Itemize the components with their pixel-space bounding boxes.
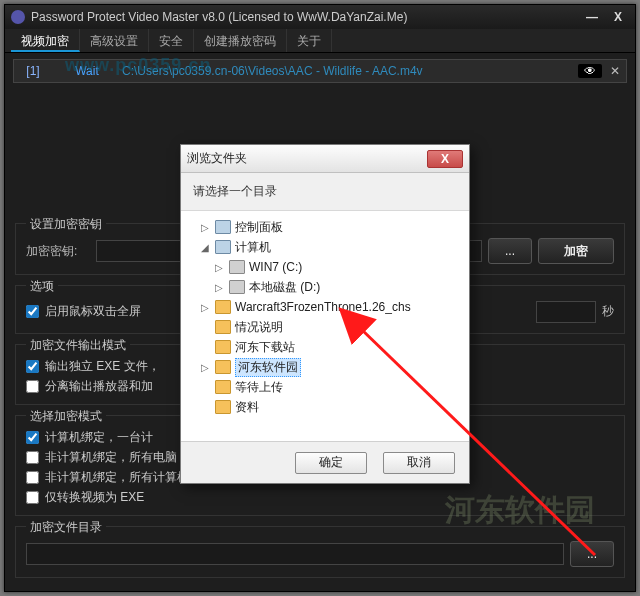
computer-icon xyxy=(215,240,231,254)
tab-4[interactable]: 关于 xyxy=(287,29,332,52)
dialog-cancel-button[interactable]: 取消 xyxy=(383,452,455,474)
legend-options: 选项 xyxy=(26,278,58,295)
tab-0[interactable]: 视频加密 xyxy=(11,29,80,52)
tree-node[interactable]: 资料 xyxy=(185,397,465,417)
tree-node[interactable]: ▷河东软件园 xyxy=(185,357,465,377)
dialog-prompt: 请选择一个目录 xyxy=(181,173,469,211)
close-button[interactable]: X xyxy=(607,9,629,25)
dialog-close-button[interactable]: X xyxy=(427,150,463,168)
legend-key: 设置加密密钥 xyxy=(26,216,106,233)
browse-key-button[interactable]: ... xyxy=(488,238,532,264)
group-outdir: 加密文件目录 ... xyxy=(15,526,625,578)
window-title: Password Protect Video Master v8.0 (Lice… xyxy=(31,10,407,24)
expand-icon[interactable]: ▷ xyxy=(199,222,211,233)
file-row[interactable]: [1] Wait C:\Users\pc0359.cn-06\Videos\AA… xyxy=(13,59,627,83)
folder-icon xyxy=(215,340,231,354)
preview-icon[interactable]: 👁 xyxy=(578,64,602,78)
legend-output: 加密文件输出模式 xyxy=(26,337,130,354)
folder-icon xyxy=(215,300,231,314)
tree-node[interactable]: ▷Warcraft3FrozenThrone1.26_chs xyxy=(185,297,465,317)
tab-bar: 视频加密高级设置安全创建播放密码关于 xyxy=(5,29,635,53)
drive-icon xyxy=(229,260,245,274)
chk-fullscreen[interactable] xyxy=(26,305,39,318)
encrypt-button[interactable]: 加密 xyxy=(538,238,614,264)
tree-label: 情况说明 xyxy=(235,319,283,336)
tree-node[interactable]: 等待上传 xyxy=(185,377,465,397)
expand-icon[interactable]: ▷ xyxy=(213,262,225,273)
file-status: Wait xyxy=(52,64,122,78)
minimize-button[interactable]: — xyxy=(581,9,603,25)
chk-mode-bind[interactable] xyxy=(26,431,39,444)
tab-2[interactable]: 安全 xyxy=(149,29,194,52)
tree-label: 计算机 xyxy=(235,239,271,256)
file-index: [1] xyxy=(14,64,52,78)
folder-icon xyxy=(215,400,231,414)
seconds-input[interactable] xyxy=(536,301,596,323)
folder-icon xyxy=(215,380,231,394)
label-key: 加密密钥: xyxy=(26,243,90,260)
file-path: C:\Users\pc0359.cn-06\Videos\AAC - Wildl… xyxy=(122,64,576,78)
folder-icon xyxy=(215,320,231,334)
tree-label: 资料 xyxy=(235,399,259,416)
legend-outdir: 加密文件目录 xyxy=(26,519,106,536)
expand-icon[interactable]: ▷ xyxy=(199,362,211,373)
folder-tree[interactable]: ▷控制面板◢计算机▷WIN7 (C:)▷本地磁盘 (D:)▷Warcraft3F… xyxy=(181,211,469,441)
tree-node[interactable]: 河东下载站 xyxy=(185,337,465,357)
expand-icon[interactable]: ▷ xyxy=(199,302,211,313)
app-icon xyxy=(11,10,25,24)
tree-node[interactable]: 情况说明 xyxy=(185,317,465,337)
tree-label: 等待上传 xyxy=(235,379,283,396)
tab-3[interactable]: 创建播放密码 xyxy=(194,29,287,52)
folder-icon xyxy=(215,360,231,374)
tree-label: 控制面板 xyxy=(235,219,283,236)
tree-label: 河东软件园 xyxy=(235,358,301,377)
remove-file-button[interactable]: ✕ xyxy=(604,64,626,78)
expand-icon[interactable]: ▷ xyxy=(213,282,225,293)
dialog-title: 浏览文件夹 xyxy=(187,150,247,167)
browse-folder-dialog: 浏览文件夹 X 请选择一个目录 ▷控制面板◢计算机▷WIN7 (C:)▷本地磁盘… xyxy=(180,144,470,484)
computer-icon xyxy=(215,220,231,234)
dialog-ok-button[interactable]: 确定 xyxy=(295,452,367,474)
chk-mode-nobind1[interactable] xyxy=(26,451,39,464)
tree-label: WIN7 (C:) xyxy=(249,260,302,274)
legend-mode: 选择加密模式 xyxy=(26,408,106,425)
tab-1[interactable]: 高级设置 xyxy=(80,29,149,52)
seconds-unit: 秒 xyxy=(602,303,614,320)
outdir-input[interactable] xyxy=(26,543,564,565)
chk-output-split[interactable] xyxy=(26,380,39,393)
tree-label: Warcraft3FrozenThrone1.26_chs xyxy=(235,300,411,314)
chk-output-exe[interactable] xyxy=(26,360,39,373)
tree-label: 本地磁盘 (D:) xyxy=(249,279,320,296)
tree-label: 河东下载站 xyxy=(235,339,295,356)
browse-outdir-button[interactable]: ... xyxy=(570,541,614,567)
tree-node[interactable]: ▷WIN7 (C:) xyxy=(185,257,465,277)
tree-node[interactable]: ▷控制面板 xyxy=(185,217,465,237)
chk-mode-nobind2[interactable] xyxy=(26,471,39,484)
expand-icon[interactable]: ◢ xyxy=(199,242,211,253)
tree-node[interactable]: ▷本地磁盘 (D:) xyxy=(185,277,465,297)
chk-mode-exeonly[interactable] xyxy=(26,491,39,504)
drive-icon xyxy=(229,280,245,294)
tree-node[interactable]: ◢计算机 xyxy=(185,237,465,257)
